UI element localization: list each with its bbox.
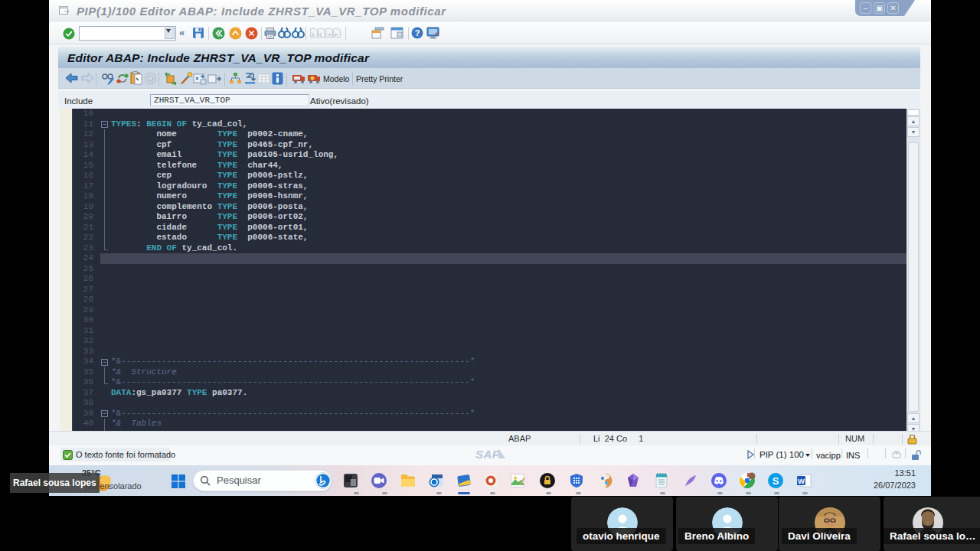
svg-text:W: W bbox=[798, 477, 805, 485]
svg-text:?: ? bbox=[415, 28, 420, 37]
svg-text:S: S bbox=[773, 475, 779, 487]
